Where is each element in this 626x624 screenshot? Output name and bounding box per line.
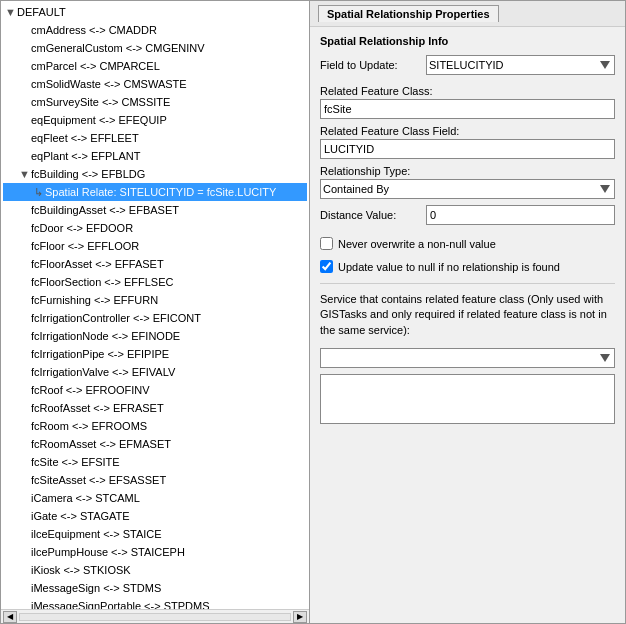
tree-item-label: fcBuildingAsset <-> EFBASET: [31, 204, 179, 216]
tree-item[interactable]: ►fcRoof <-> EFROOFINV: [3, 381, 307, 399]
tree-item-label: cmSolidWaste <-> CMSWASTE: [31, 78, 187, 90]
tree-item[interactable]: ►iMessageSign <-> STDMS: [3, 579, 307, 597]
tree-item[interactable]: ►fcFloor <-> EFFLOOR: [3, 237, 307, 255]
tree-item-label: eqPlant <-> EFPLANT: [31, 150, 140, 162]
tree-item[interactable]: ►ilcePumpHouse <-> STAICEPH: [3, 543, 307, 561]
panel-tab[interactable]: Spatial Relationship Properties: [318, 5, 499, 22]
scroll-right-arrow[interactable]: ▶: [293, 611, 307, 623]
tree-item[interactable]: ►fcSite <-> EFSITE: [3, 453, 307, 471]
related-feature-class-input[interactable]: [320, 99, 615, 119]
tree-item-label: ilceEquipment <-> STAICE: [31, 528, 162, 540]
update-to-null-label: Update value to null if no relationship …: [338, 261, 560, 273]
tree-item[interactable]: ►eqEquipment <-> EFEQUIP: [3, 111, 307, 129]
distance-value-label: Distance Value:: [320, 209, 420, 221]
tree-item[interactable]: ►fcDoor <-> EFDOOR: [3, 219, 307, 237]
field-to-update-select[interactable]: SITELUCITYID: [426, 55, 615, 75]
tree-item-label: fcRoomAsset <-> EFMASET: [31, 438, 171, 450]
tree-item-label: iGate <-> STAGATE: [31, 510, 130, 522]
service-description: Service that contains related feature cl…: [320, 292, 615, 338]
tree-item-label: iMessageSign <-> STDMS: [31, 582, 161, 594]
tree-item[interactable]: ►cmSolidWaste <-> CMSWASTE: [3, 75, 307, 93]
tree-item-label: cmSurveySite <-> CMSSITE: [31, 96, 170, 108]
tree-item-label: iKiosk <-> STKIOSK: [31, 564, 131, 576]
related-feature-class-field-label: Related Feature Class Field:: [320, 125, 615, 137]
field-to-update-label: Field to Update:: [320, 59, 420, 71]
tree-item[interactable]: ►ilceEquipment <-> STAICE: [3, 525, 307, 543]
tree-item-label: cmParcel <-> CMPARCEL: [31, 60, 160, 72]
divider: [320, 283, 615, 284]
tree-item-label: iMessageSignPortable <-> STPDMS: [31, 600, 210, 609]
tree-item-label: cmGeneralCustom <-> CMGENINV: [31, 42, 205, 54]
tree-item[interactable]: ►fcRoom <-> EFROOMS: [3, 417, 307, 435]
tree-item[interactable]: ►iCamera <-> STCAML: [3, 489, 307, 507]
distance-value-input[interactable]: [426, 205, 615, 225]
update-to-null-checkbox[interactable]: [320, 260, 333, 273]
tree-item-label: fcRoom <-> EFROOMS: [31, 420, 147, 432]
section-label: Spatial Relationship Info: [320, 35, 615, 47]
tree-item[interactable]: ►fcSiteAsset <-> EFSASSET: [3, 471, 307, 489]
tree-item-label: fcFloorAsset <-> EFFASET: [31, 258, 164, 270]
tree-item-label: DEFAULT: [17, 6, 66, 18]
tree-item-label: fcIrrigationValve <-> EFIVALV: [31, 366, 175, 378]
tree-item[interactable]: ►cmGeneralCustom <-> CMGENINV: [3, 39, 307, 57]
never-overwrite-checkbox[interactable]: [320, 237, 333, 250]
tree-item-label: Spatial Relate: SITELUCITYID = fcSite.LU…: [45, 186, 276, 198]
tree-item[interactable]: ►fcFloorSection <-> EFFLSEC: [3, 273, 307, 291]
horizontal-scrollbar[interactable]: ◀ ▶: [1, 609, 309, 623]
relationship-type-label: Relationship Type:: [320, 165, 615, 177]
panel-content: Spatial Relationship Info Field to Updat…: [310, 27, 625, 623]
tree-item[interactable]: ▼fcBuilding <-> EFBLDG: [3, 165, 307, 183]
relationship-type-select[interactable]: Contained By Contains Intersects Near: [320, 179, 615, 199]
tree-item[interactable]: ►cmParcel <-> CMPARCEL: [3, 57, 307, 75]
tree-item[interactable]: ►fcIrrigationPipe <-> EFIPIPE: [3, 345, 307, 363]
relationship-type-group: Relationship Type: Contained By Contains…: [320, 165, 615, 199]
service-select[interactable]: [320, 348, 615, 368]
tree-item[interactable]: ►fcIrrigationValve <-> EFIVALV: [3, 363, 307, 381]
tree-item[interactable]: ►fcFloorAsset <-> EFFASET: [3, 255, 307, 273]
tree-item-label: fcSiteAsset <-> EFSASSET: [31, 474, 166, 486]
tree-item[interactable]: ►fcBuildingAsset <-> EFBASET: [3, 201, 307, 219]
scroll-track[interactable]: [19, 613, 291, 621]
tree-item[interactable]: ►iKiosk <-> STKIOSK: [3, 561, 307, 579]
tree-item[interactable]: ►eqFleet <-> EFFLEET: [3, 129, 307, 147]
tree-item-label: ilcePumpHouse <-> STAICEPH: [31, 546, 185, 558]
related-feature-class-field-group: Related Feature Class Field:: [320, 125, 615, 159]
tree-item[interactable]: ►fcIrrigationController <-> EFICONT: [3, 309, 307, 327]
tree-item-label: eqFleet <-> EFFLEET: [31, 132, 139, 144]
related-feature-class-field-input[interactable]: [320, 139, 615, 159]
tree-item[interactable]: ►fcIrrigationNode <-> EFINODE: [3, 327, 307, 345]
tree-item[interactable]: ►fcRoomAsset <-> EFMASET: [3, 435, 307, 453]
tree-item-label: fcBuilding <-> EFBLDG: [31, 168, 145, 180]
tree-item-label: fcRoof <-> EFROOFINV: [31, 384, 150, 396]
tree-item-label: fcIrrigationPipe <-> EFIPIPE: [31, 348, 169, 360]
tree-item-label: fcFloor <-> EFFLOOR: [31, 240, 139, 252]
tree-item[interactable]: ↳Spatial Relate: SITELUCITYID = fcSite.L…: [3, 183, 307, 201]
tree-item-label: fcFloorSection <-> EFFLSEC: [31, 276, 173, 288]
update-to-null-row: Update value to null if no relationship …: [320, 260, 615, 273]
right-panel: Spatial Relationship Properties Spatial …: [310, 0, 626, 624]
scroll-left-arrow[interactable]: ◀: [3, 611, 17, 623]
tree-item-label: fcDoor <-> EFDOOR: [31, 222, 133, 234]
distance-value-row: Distance Value:: [320, 205, 615, 225]
tree-item-label: fcIrrigationController <-> EFICONT: [31, 312, 201, 324]
tree-item[interactable]: ►fcRoofAsset <-> EFRASET: [3, 399, 307, 417]
never-overwrite-row: Never overwrite a non-null value: [320, 237, 615, 250]
tree-item[interactable]: ►cmAddress <-> CMADDR: [3, 21, 307, 39]
tree-item[interactable]: ►cmSurveySite <-> CMSSITE: [3, 93, 307, 111]
service-textarea[interactable]: [320, 374, 615, 424]
collapse-icon[interactable]: ▼: [5, 4, 15, 20]
tree-item[interactable]: ►eqPlant <-> EFPLANT: [3, 147, 307, 165]
tree-item[interactable]: ►fcFurnishing <-> EFFURN: [3, 291, 307, 309]
tree-item[interactable]: ►iGate <-> STAGATE: [3, 507, 307, 525]
tree-item[interactable]: ▼DEFAULT: [3, 3, 307, 21]
tree-item-label: fcSite <-> EFSITE: [31, 456, 120, 468]
never-overwrite-label: Never overwrite a non-null value: [338, 238, 496, 250]
tree-item-label: fcIrrigationNode <-> EFINODE: [31, 330, 180, 342]
tree-item[interactable]: ►iMessageSignPortable <-> STPDMS: [3, 597, 307, 609]
tree-item-label: eqEquipment <-> EFEQUIP: [31, 114, 167, 126]
tree-item-label: iCamera <-> STCAML: [31, 492, 140, 504]
tree-item-label: fcFurnishing <-> EFFURN: [31, 294, 158, 306]
tree-item-label: fcRoofAsset <-> EFRASET: [31, 402, 164, 414]
tree-container[interactable]: ▼DEFAULT►cmAddress <-> CMADDR►cmGeneralC…: [1, 1, 309, 609]
collapse-icon[interactable]: ▼: [19, 166, 29, 182]
